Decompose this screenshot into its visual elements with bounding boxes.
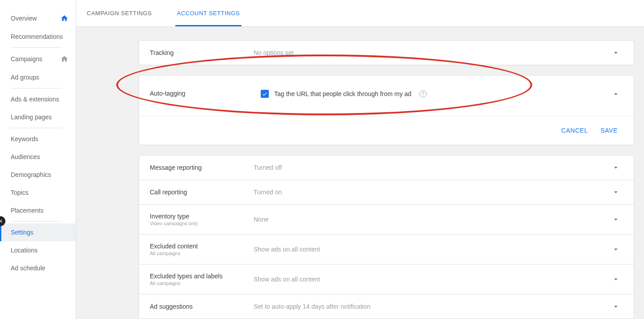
row-label: Excluded types and labels: [150, 273, 254, 280]
sidebar-item-recommendations[interactable]: Recommendations: [0, 28, 76, 46]
sidebar-item-label: Settings: [11, 229, 34, 236]
chevron-down-icon: [609, 245, 623, 253]
row-label: Call reporting: [150, 189, 254, 196]
row-value: Show ads on all content: [254, 246, 609, 253]
row-label: Message reporting: [150, 164, 254, 171]
sidebar-item-topics[interactable]: Topics: [0, 184, 76, 201]
sidebar-item-campaigns[interactable]: Campaigns: [0, 50, 76, 68]
tracking-label: Tracking: [150, 49, 254, 56]
sidebar-item-locations[interactable]: Locations: [0, 241, 76, 259]
save-button[interactable]: SAVE: [601, 127, 618, 134]
row-sublabel: All campaigns: [150, 281, 254, 286]
sidebar-item-ads-extensions[interactable]: Ads & extensions: [0, 90, 76, 108]
chevron-down-icon: [609, 164, 623, 172]
sidebar-divider: [11, 47, 62, 48]
chevron-down-icon: [609, 275, 623, 283]
sidebar-item-overview[interactable]: Overview: [0, 9, 76, 28]
sidebar-item-keywords[interactable]: Keywords: [0, 130, 76, 148]
chevron-up-icon[interactable]: [612, 90, 620, 98]
sidebar-divider: [11, 221, 62, 222]
sidebar-item-settings[interactable]: Settings: [0, 223, 76, 241]
sidebar-divider: [11, 128, 62, 128]
main-area: CAMPAIGN SETTINGS ACCOUNT SETTINGS Track…: [76, 0, 644, 319]
row-sublabel: Video campaigns only: [150, 221, 254, 226]
auto-tagging-card: Auto-tagging Tag the URL that people cli…: [139, 75, 634, 145]
row-value: Set to auto-apply 14 days after notifica…: [254, 303, 609, 310]
auto-tagging-label: Auto-tagging: [150, 90, 261, 97]
row-label: Inventory type: [150, 213, 254, 220]
sidebar-item-label: Landing pages: [11, 113, 52, 121]
sidebar-item-label: Audiences: [11, 153, 40, 160]
chevron-down-icon: [609, 215, 623, 223]
help-icon[interactable]: ?: [419, 90, 427, 97]
sidebar: OverviewRecommendationsCampaignsAd group…: [0, 0, 76, 319]
sidebar-item-demographics[interactable]: Demographics: [0, 166, 76, 184]
row-label: Excluded content: [150, 243, 254, 250]
tracking-value: No options set: [254, 49, 609, 56]
sidebar-item-label: Ad schedule: [11, 264, 45, 272]
row-label: Ad suggestions: [150, 303, 254, 310]
sidebar-item-label: Placements: [11, 207, 43, 214]
sidebar-item-label: Recommendations: [11, 33, 63, 40]
tab-campaign-settings[interactable]: CAMPAIGN SETTINGS: [85, 0, 154, 26]
sidebar-item-label: Campaigns: [11, 55, 42, 63]
sidebar-item-landing-pages[interactable]: Landing pages: [0, 108, 76, 126]
cancel-button[interactable]: CANCEL: [561, 127, 588, 134]
auto-tagging-checkbox[interactable]: [261, 90, 269, 98]
sidebar-item-label: Demographics: [11, 171, 51, 178]
sidebar-item-label: Overview: [11, 15, 37, 22]
chevron-down-icon: [609, 188, 623, 196]
settings-row-ad-suggestions[interactable]: Ad suggestionsSet to auto-apply 14 days …: [139, 294, 634, 319]
settings-row-call-reporting[interactable]: Call reportingTurned on: [139, 180, 634, 205]
sidebar-item-label: Keywords: [11, 135, 38, 143]
sidebar-item-label: Locations: [11, 247, 38, 254]
tracking-card[interactable]: Tracking No options set: [139, 40, 634, 65]
chevron-down-icon: [612, 49, 620, 57]
home-icon: [60, 55, 68, 63]
tab-account-settings[interactable]: ACCOUNT SETTINGS: [175, 0, 242, 26]
sidebar-item-ad-groups[interactable]: Ad groups: [0, 68, 76, 86]
settings-row-excluded-content[interactable]: Excluded contentAll campaignsShow ads on…: [139, 235, 634, 264]
action-bar: CANCEL SAVE: [139, 116, 634, 145]
tabs: CAMPAIGN SETTINGS ACCOUNT SETTINGS: [76, 0, 644, 27]
settings-row-message-reporting[interactable]: Message reportingTurned off: [139, 155, 634, 180]
row-sublabel: All campaigns: [150, 251, 254, 256]
sidebar-item-placements[interactable]: Placements: [0, 201, 76, 219]
sidebar-divider: [11, 88, 62, 88]
row-value: None: [254, 216, 609, 223]
settings-list: Message reportingTurned offCall reportin…: [139, 155, 634, 319]
home-icon: [60, 14, 68, 22]
row-value: Show ads on all content: [254, 276, 609, 283]
sidebar-item-ad-schedule[interactable]: Ad schedule: [0, 259, 76, 277]
sidebar-item-audiences[interactable]: Audiences: [0, 148, 76, 166]
auto-tagging-checkbox-label: Tag the URL that people click through fr…: [274, 90, 411, 97]
chevron-down-icon: [609, 302, 623, 311]
row-value: Turned off: [254, 164, 609, 171]
settings-row-excluded-types-and-labels[interactable]: Excluded types and labelsAll campaignsSh…: [139, 264, 634, 294]
sidebar-item-label: Ad groups: [11, 74, 39, 81]
sidebar-item-label: Ads & extensions: [11, 96, 59, 103]
row-value: Turned on: [254, 189, 609, 196]
settings-row-inventory-type[interactable]: Inventory typeVideo campaigns onlyNone: [139, 205, 634, 235]
sidebar-item-label: Topics: [11, 189, 29, 196]
